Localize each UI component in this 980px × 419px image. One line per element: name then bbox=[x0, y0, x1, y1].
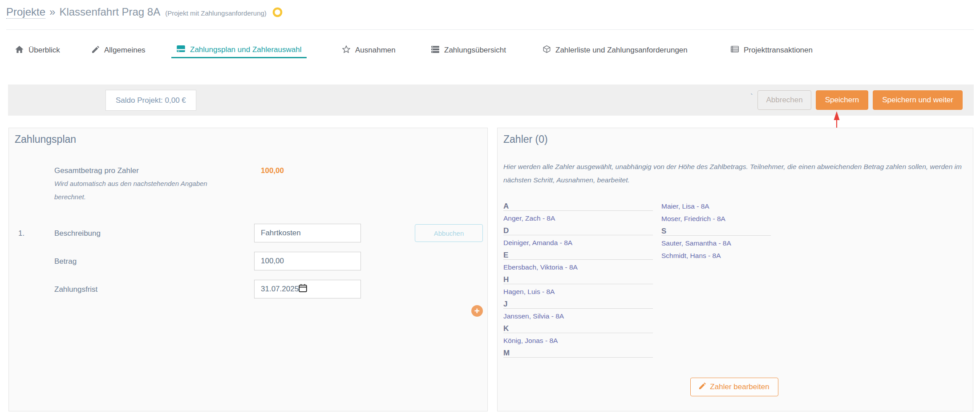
payer-list-item: Hagen, Luis - 8A bbox=[503, 287, 653, 296]
tab-label: Zahlungsplan und Zahlerauswahl bbox=[190, 45, 301, 54]
breadcrumb: Projekte » Klassenfahrt Prag 8A (Projekt… bbox=[6, 5, 283, 19]
total-per-payer-label: Gesamtbetrag pro Zahler bbox=[54, 166, 139, 175]
action-toolbar: Saldo Projekt: 0,00 € ` Abbrechen Speich… bbox=[8, 85, 974, 116]
tab-zahlerliste[interactable]: Zahlerliste und Zahlungsanforderungen bbox=[538, 42, 693, 58]
deadline-label: Zahlungsfrist bbox=[54, 285, 97, 294]
payer-list-item: Ebersbach, Viktoria - 8A bbox=[503, 263, 653, 272]
payer-group-letter: S bbox=[661, 227, 771, 236]
tab-label: Zahlerliste und Zahlungsanforderungen bbox=[555, 46, 688, 55]
tab-label: Projekttransaktionen bbox=[744, 46, 813, 55]
project-balance-badge: Saldo Projekt: 0,00 € bbox=[105, 90, 196, 111]
payer-list-item: König, Jonas - 8A bbox=[503, 336, 653, 345]
deadline-date-input[interactable]: 31.07.2025 bbox=[254, 280, 361, 298]
tab-projekttransaktionen[interactable]: Projekttransaktionen bbox=[725, 42, 818, 58]
payer-list-item: Schmidt, Hans - 8A bbox=[661, 251, 771, 260]
status-ring-icon bbox=[272, 7, 283, 20]
tab-label: Allgemeines bbox=[104, 46, 146, 55]
edit-payers-button[interactable]: Zahler bearbeiten bbox=[690, 378, 778, 396]
save-button[interactable]: Speichern bbox=[816, 90, 869, 110]
toolbar-buttons: Abbrechen Speichern Speichern und weiter bbox=[757, 90, 963, 110]
edit-payers-label: Zahler bearbeiten bbox=[710, 383, 769, 391]
project-type-label: (Projekt mit Zahlungsanforderung) bbox=[165, 9, 267, 17]
home-icon bbox=[15, 46, 24, 55]
server-icon bbox=[431, 46, 439, 55]
payment-plan-panel: Zahlungsplan Gesamtbetrag pro Zahler 100… bbox=[8, 128, 488, 411]
amount-label: Betrag bbox=[54, 257, 77, 266]
cursor-tick-mark: ` bbox=[750, 93, 753, 101]
tab-label: Überblick bbox=[28, 46, 60, 55]
tab-ueberblick[interactable]: Überblick bbox=[10, 42, 65, 58]
tab-ausnahmen[interactable]: Ausnahmen bbox=[337, 42, 401, 58]
payer-list-item: Janssen, Silvia - 8A bbox=[503, 312, 653, 321]
credit-card-icon bbox=[177, 45, 185, 54]
add-row-button[interactable]: + bbox=[471, 305, 483, 317]
total-per-payer-value: 100,00 bbox=[261, 166, 284, 175]
description-input[interactable] bbox=[254, 224, 361, 242]
payer-list-item: Maier, Lisa - 8A bbox=[661, 202, 771, 211]
payer-group-letter: H bbox=[503, 275, 653, 284]
header-divider bbox=[6, 29, 974, 30]
deadline-date-value: 31.07.2025 bbox=[261, 285, 299, 294]
payer-group-letter: M bbox=[503, 349, 653, 358]
debit-button[interactable]: Abbuchen bbox=[415, 224, 483, 242]
amount-input[interactable] bbox=[254, 252, 361, 270]
payer-group-letter: K bbox=[503, 324, 653, 333]
payers-title: Zahler (0) bbox=[503, 133, 548, 145]
description-label: Beschreibung bbox=[54, 229, 101, 238]
star-icon bbox=[342, 45, 350, 55]
tab-label: Ausnahmen bbox=[355, 46, 396, 55]
tab-zahlungsplan[interactable]: Zahlungsplan und Zahlerauswahl bbox=[171, 42, 307, 58]
breadcrumb-separator: » bbox=[49, 6, 55, 18]
row-number: 1. bbox=[18, 229, 24, 238]
total-hint: Wird automatisch aus den nachstehenden A… bbox=[54, 177, 217, 204]
payer-group-letter: J bbox=[503, 300, 653, 309]
payer-list-item: Deiniger, Amanda - 8A bbox=[503, 238, 653, 247]
payer-group-letter: A bbox=[503, 202, 653, 211]
save-and-next-button[interactable]: Speichern und weiter bbox=[873, 90, 963, 110]
payer-list-item: Sauter, Samantha - 8A bbox=[661, 239, 771, 248]
tab-allgemeines[interactable]: Allgemeines bbox=[87, 42, 151, 58]
payers-hint: Hier werden alle Zahler ausgewählt, unab… bbox=[503, 160, 969, 187]
payer-list-column-1: A Anger, Zach - 8A D Deiniger, Amanda - … bbox=[503, 202, 653, 361]
list-icon bbox=[731, 46, 739, 55]
payer-group-letter: D bbox=[503, 226, 653, 235]
payer-list-item: Moser, Friedrich - 8A bbox=[661, 214, 771, 223]
tab-zahlungsuebersicht[interactable]: Zahlungsübersicht bbox=[426, 42, 511, 58]
payer-list-item: Anger, Zach - 8A bbox=[503, 214, 653, 223]
calendar-icon[interactable] bbox=[299, 284, 307, 294]
payer-group-letter: E bbox=[503, 251, 653, 260]
cancel-button[interactable]: Abbrechen bbox=[757, 90, 811, 110]
payment-plan-title: Zahlungsplan bbox=[15, 133, 76, 145]
payer-list-column-2: Maier, Lisa - 8A Moser, Friedrich - 8A S… bbox=[661, 202, 771, 264]
pencil-icon bbox=[699, 383, 706, 391]
cube-icon bbox=[543, 45, 551, 55]
pencil-icon bbox=[92, 46, 99, 55]
page-title: Klassenfahrt Prag 8A bbox=[59, 6, 160, 18]
payers-panel: Zahler (0) Hier werden alle Zahler ausge… bbox=[497, 128, 973, 411]
tab-label: Zahlungsübersicht bbox=[444, 46, 506, 55]
app-root: Projekte » Klassenfahrt Prag 8A (Projekt… bbox=[0, 0, 980, 419]
breadcrumb-projects-link[interactable]: Projekte bbox=[6, 6, 45, 19]
